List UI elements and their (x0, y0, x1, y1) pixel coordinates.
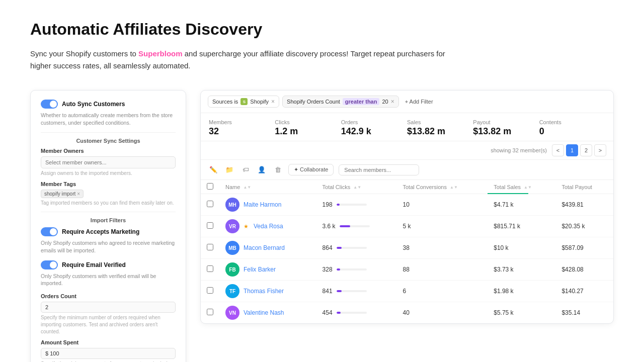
member-owners-input[interactable] (41, 156, 176, 168)
import-filters-title: Import Filters (41, 212, 176, 223)
tag-icon[interactable]: 🏷 (240, 164, 251, 175)
col-name: Name ▲▼ (219, 180, 316, 194)
customer-sync-settings-title: Customer Sync Settings (41, 132, 176, 144)
archive-icon[interactable]: 📁 (224, 164, 235, 175)
auto-sync-desc: Whether to automatically create members … (41, 112, 176, 126)
member-tags-label: Member Tags (41, 181, 176, 187)
row-checkbox[interactable] (207, 201, 213, 207)
contents-value: 0 (539, 126, 605, 137)
member-tags-helper: Tag imported members so you can find the… (41, 200, 176, 207)
sales-value: $13.82 m (407, 126, 473, 137)
clicks-bar (340, 225, 370, 227)
row-checkbox[interactable] (207, 265, 213, 272)
collaborate-button[interactable]: ✦ Collaborate (288, 164, 334, 175)
stat-clicks: Clicks 1.2 m (275, 119, 341, 137)
require-marketing-desc: Only Shopify customers who agreed to rec… (41, 239, 176, 254)
avatar: TF (225, 284, 239, 298)
require-marketing-toggle[interactable] (41, 227, 58, 236)
conversions-cell: 10 (396, 194, 488, 216)
member-cell: TF Thomas Fisher (225, 284, 310, 298)
select-all-checkbox[interactable] (207, 183, 213, 190)
member-cell: MH Maite Harmon (225, 198, 310, 212)
delete-icon[interactable]: 🗑 (272, 164, 283, 175)
clicks-cell: 454 (316, 302, 397, 324)
orders-count-input[interactable] (41, 302, 176, 313)
page-title: Automatic Affiliates Discovery (30, 20, 614, 39)
orders-filter-chip[interactable]: Shopify Orders Count greater than 20 × (282, 96, 399, 108)
orders-label: Orders (341, 119, 407, 125)
table-actions-bar: ✏️ 📁 🏷 👤 🗑 ✦ Collaborate (201, 160, 613, 180)
sources-filter-chip[interactable]: Sources is S Shopify × (208, 96, 279, 108)
total-clicks-bar: 198 (323, 201, 391, 208)
sources-prefix: Sources is (212, 99, 238, 105)
amount-spent-label: Amount Spent (41, 339, 176, 345)
clicks-cell: 3.6 k (316, 216, 397, 237)
members-table: Name ▲▼ Total Clicks ▲▼ Total Conversion… (201, 180, 613, 323)
member-name[interactable]: Veda Rosa (254, 223, 283, 230)
row-checkbox[interactable] (207, 222, 213, 229)
orders-value: 142.9 k (341, 126, 407, 137)
total-clicks-bar: 841 (323, 288, 391, 295)
avatar: VN (225, 306, 239, 320)
member-owners-label: Member Owners (41, 148, 176, 154)
sales-label: Sales (407, 119, 473, 125)
require-email-toggle[interactable] (41, 260, 58, 269)
member-name[interactable]: Valentine Nash (244, 309, 284, 316)
table-row: FB Felix Barker 328 88 $3.73 k $428.08 (201, 259, 613, 281)
clicks-cell: 864 (316, 237, 397, 259)
clicks-bar (337, 312, 367, 314)
prev-page-button[interactable]: < (552, 144, 564, 156)
clicks-bar (337, 247, 367, 249)
col-total-conversions: Total Conversions ▲▼ (396, 180, 488, 194)
assign-icon[interactable]: 👤 (256, 164, 267, 175)
total-clicks-bar: 864 (323, 244, 391, 251)
next-page-button[interactable]: > (594, 144, 606, 156)
sources-filter-close[interactable]: × (271, 98, 275, 105)
member-cell: MB Macon Bernard (225, 241, 310, 255)
payout-label: Payout (473, 119, 539, 125)
orders-prefix: Shopify Orders Count (287, 99, 340, 105)
clicks-value: 198 (323, 201, 333, 208)
member-name[interactable]: Felix Barker (244, 266, 276, 273)
clicks-value: 328 (323, 266, 333, 273)
table-row: TF Thomas Fisher 841 6 $1.98 k $140.27 (201, 281, 613, 302)
row-checkbox[interactable] (207, 309, 213, 315)
member-name[interactable]: Macon Bernard (244, 244, 285, 251)
total-clicks-bar: 328 (323, 266, 391, 273)
shopify-import-tag[interactable]: shopify import × (41, 190, 84, 198)
payout-cell: $35.14 (555, 302, 613, 324)
page-2-button[interactable]: 2 (580, 144, 592, 156)
avatar: FB (225, 262, 239, 277)
amount-spent-input[interactable] (41, 348, 176, 359)
sales-cell: $1.98 k (488, 281, 555, 302)
sales-cell: $4.71 k (488, 194, 555, 216)
clicks-cell: 841 (316, 281, 397, 302)
member-name[interactable]: Thomas Fisher (244, 288, 284, 295)
member-owners-helper: Assign owners to the imported members. (41, 170, 176, 177)
members-label: Members (209, 119, 275, 125)
member-name[interactable]: Maite Harmon (244, 201, 281, 208)
members-value: 32 (209, 126, 275, 137)
page-1-button[interactable]: 1 (566, 144, 578, 156)
row-checkbox[interactable] (207, 244, 213, 250)
stat-orders: Orders 142.9 k (341, 119, 407, 137)
member-cell: VN Valentine Nash (225, 306, 310, 320)
conversions-cell: 5 k (396, 216, 488, 237)
tag-close-icon[interactable]: × (77, 191, 80, 197)
auto-sync-toggle[interactable] (41, 100, 58, 109)
edit-icon[interactable]: ✏️ (208, 164, 219, 175)
conversions-cell: 6 (396, 281, 488, 302)
search-members-input[interactable] (339, 164, 419, 175)
payout-value: $13.82 m (473, 126, 539, 137)
clicks-value: 864 (323, 244, 333, 251)
orders-filter-close[interactable]: × (391, 98, 394, 105)
col-total-payout: Total Payout (555, 180, 613, 194)
add-filter-button[interactable]: + Add Filter (402, 97, 436, 107)
clicks-label: Clicks (275, 119, 341, 125)
row-checkbox[interactable] (207, 287, 213, 294)
avatar: VR (225, 219, 239, 233)
payout-cell: $428.08 (555, 259, 613, 281)
star-icon: ★ (244, 223, 249, 230)
orders-value: 20 (382, 99, 388, 105)
sales-cell: $815.71 k (488, 216, 555, 237)
